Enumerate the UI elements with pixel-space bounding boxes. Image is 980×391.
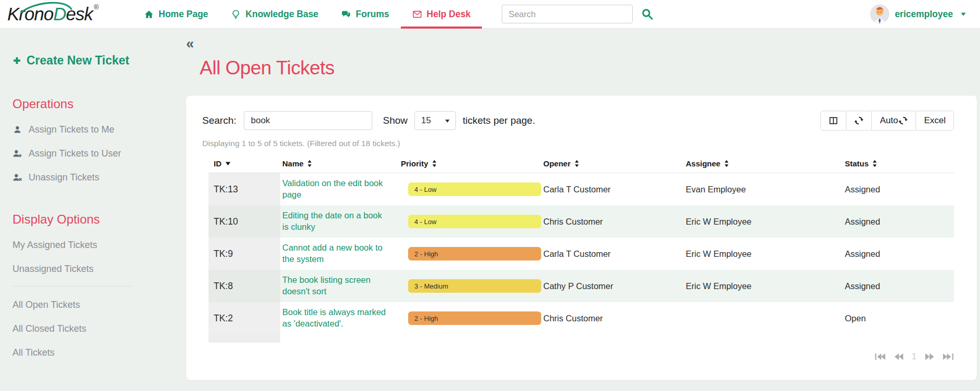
- ticket-name-cell: The book listing screen doesn't sort: [280, 270, 399, 302]
- column-header-id[interactable]: ID: [208, 154, 280, 173]
- page-size-select[interactable]: 15: [414, 111, 456, 130]
- next-page-button[interactable]: [924, 351, 935, 362]
- ticket-id: TK:10: [208, 205, 280, 238]
- column-header-status[interactable]: Status: [843, 154, 954, 173]
- columns-icon: [829, 116, 838, 125]
- ticket-name-link[interactable]: Cannot add a new book to the system: [282, 242, 399, 265]
- sidebar-item-all-tickets[interactable]: All Tickets: [12, 347, 148, 358]
- sort-both-icon: [574, 160, 579, 167]
- per-page-label: tickets per page.: [463, 115, 535, 126]
- sort-both-icon: [432, 160, 437, 167]
- priority-badge: 3 - Medium: [408, 279, 541, 293]
- excel-export-button-label: Excel: [924, 115, 946, 126]
- nav-item-help-desk[interactable]: Help Desk: [401, 0, 482, 28]
- sidebar-item-all-open-tickets[interactable]: All Open Tickets: [12, 299, 148, 310]
- filter-search-input[interactable]: [244, 111, 372, 130]
- ticket-status: Assigned: [843, 205, 954, 238]
- sidebar-item-assign-tickets-to-user[interactable]: Assign Tickets to User: [12, 148, 148, 159]
- sidebar-item-unassigned-tickets[interactable]: Unassigned Tickets: [12, 264, 148, 275]
- excel-export-button[interactable]: Excel: [916, 111, 953, 130]
- ticket-status: Assigned: [843, 270, 954, 302]
- ticket-name-cell: Cannot add a new book to the system: [280, 238, 399, 270]
- ticket-opener: Chris Customer: [541, 302, 684, 334]
- column-header-label: Assignee: [686, 159, 721, 168]
- column-header-opener[interactable]: Opener: [541, 154, 684, 173]
- nav-item-label: Help Desk: [427, 9, 471, 20]
- ticket-assignee: Eric W Employee: [684, 205, 843, 238]
- tickets-table: IDNamePriorityOpenerAssigneeStatusTK:13V…: [208, 154, 954, 334]
- sidebar-item-all-closed-tickets[interactable]: All Closed Tickets: [12, 323, 148, 334]
- nav-item-home-page[interactable]: Home Page: [133, 0, 219, 28]
- ticket-priority-cell: 3 - Medium: [399, 270, 541, 302]
- sidebar-item-label: My Assigned Tickets: [12, 240, 97, 251]
- user-menu[interactable]: ericemployee: [870, 0, 966, 28]
- nav-item-knowledge-base[interactable]: Knowledge Base: [219, 0, 330, 28]
- create-new-ticket-label: Create New Ticket: [27, 54, 129, 68]
- sidebar-item-unassign-tickets[interactable]: Unassign Tickets: [12, 172, 148, 183]
- ticket-priority-cell: 4 - Low: [399, 205, 541, 238]
- refresh-button[interactable]: [846, 111, 871, 130]
- ticket-name-link[interactable]: Editing the date on a book is clunky: [282, 210, 399, 233]
- page-size-value: 15: [421, 115, 431, 126]
- ticket-name-cell: Editing the date on a book is clunky: [280, 205, 399, 238]
- global-search: [502, 0, 654, 28]
- create-new-ticket-button[interactable]: Create New Ticket: [12, 54, 148, 68]
- ticket-name-link[interactable]: Validation on the edit book page: [282, 178, 399, 201]
- sidebar-item-label: Unassign Tickets: [29, 172, 99, 183]
- ticket-priority-cell: 2 - High: [399, 302, 541, 334]
- page-title: All Open Tickets: [200, 57, 977, 79]
- column-header-label: Status: [845, 159, 869, 168]
- priority-badge: 2 - High: [408, 311, 541, 325]
- page-number[interactable]: 1: [912, 351, 917, 362]
- list-controls: Search: Show 15 tickets per page. AutoEx…: [202, 111, 954, 130]
- plus-icon: [12, 56, 21, 65]
- sidebar-item-label: All Closed Tickets: [12, 323, 86, 334]
- top-bar: KronoDesk ® Home PageKnowledge BaseForum…: [0, 0, 980, 29]
- ticket-name-cell: Book title is always marked as 'deactiva…: [280, 302, 399, 334]
- columns-button[interactable]: [821, 111, 846, 130]
- ticket-status: Assigned: [843, 238, 954, 270]
- column-header-assignee[interactable]: Assignee: [684, 154, 843, 173]
- ticket-row-tk-2: TK:2Book title is always marked as 'deac…: [208, 302, 954, 334]
- sidebar-item-assign-tickets-to-me[interactable]: Assign Tickets to Me: [12, 124, 148, 135]
- collapse-sidebar-icon[interactable]: «: [186, 37, 199, 51]
- top-nav: Home PageKnowledge BaseForumsHelp Desk: [133, 0, 482, 28]
- kronodesk-logo[interactable]: KronoDesk ®: [7, 0, 124, 28]
- ticket-status: Open: [843, 302, 954, 334]
- ticket-priority-cell: 4 - Low: [399, 173, 541, 205]
- ticket-assignee: Eric W Employee: [684, 270, 843, 302]
- ticket-row-tk-13: TK:13Validation on the edit book page4 -…: [208, 173, 954, 205]
- nav-item-label: Home Page: [159, 9, 208, 20]
- sidebar-divider: [12, 286, 132, 286]
- content-area: « All Open Tickets Search: Show 15 ticke…: [156, 29, 980, 391]
- global-search-input[interactable]: [502, 5, 633, 23]
- ticket-id: TK:8: [208, 270, 280, 302]
- show-label: Show: [383, 115, 408, 126]
- ticket-opener: Carla T Customer: [541, 238, 684, 270]
- ticket-opener: Cathy P Customer: [541, 270, 684, 302]
- registered-mark: ®: [94, 3, 99, 11]
- last-page-button[interactable]: [943, 351, 954, 362]
- column-header-priority[interactable]: Priority: [399, 154, 541, 173]
- envelope-icon: [412, 9, 422, 19]
- table-toolbar: AutoExcel: [820, 111, 954, 131]
- auto-refresh-button[interactable]: Auto: [871, 111, 916, 130]
- nav-item-forums[interactable]: Forums: [330, 0, 400, 28]
- username: ericemployee: [895, 9, 953, 20]
- ticket-name-link[interactable]: The book listing screen doesn't sort: [282, 275, 399, 297]
- ticket-status: Assigned: [843, 173, 954, 205]
- column-header-name[interactable]: Name: [280, 154, 399, 173]
- sidebar-item-label: Assign Tickets to User: [29, 148, 121, 159]
- first-page-button[interactable]: [874, 351, 886, 362]
- previous-page-button[interactable]: [893, 351, 905, 362]
- caret-down-icon: [445, 118, 450, 124]
- ticket-row-tk-9: TK:9Cannot add a new book to the system2…: [208, 238, 954, 270]
- ticket-opener: Carla T Customer: [541, 173, 684, 205]
- search-icon[interactable]: [641, 8, 654, 20]
- sidebar-item-my-assigned-tickets[interactable]: My Assigned Tickets: [12, 240, 148, 251]
- refresh-icon: [898, 116, 908, 125]
- ticket-id: TK:9: [208, 238, 280, 270]
- chat-icon: [341, 9, 351, 19]
- ticket-name-cell: Validation on the edit book page: [280, 173, 399, 205]
- ticket-name-link[interactable]: Book title is always marked as 'deactiva…: [282, 307, 399, 330]
